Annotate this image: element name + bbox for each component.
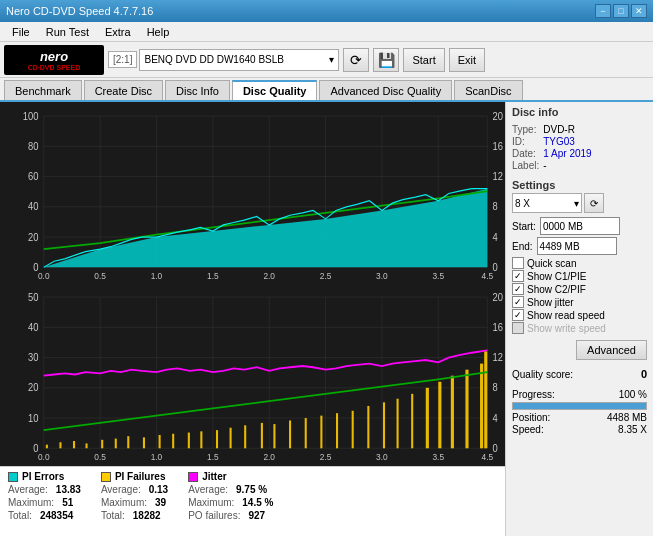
progress-bar	[512, 402, 647, 410]
close-button[interactable]: ✕	[631, 4, 647, 18]
progress-bar-fill	[513, 403, 646, 409]
svg-rect-106	[484, 352, 487, 449]
svg-rect-91	[273, 424, 275, 448]
right-panel: Disc info Type: DVD-R ID: TYG03 Date: 1 …	[505, 102, 653, 536]
svg-text:4.5: 4.5	[482, 271, 494, 282]
svg-text:2.0: 2.0	[263, 452, 275, 463]
svg-text:4: 4	[493, 231, 499, 243]
position-row: Position: 4488 MB	[512, 412, 647, 423]
svg-text:4.5: 4.5	[482, 452, 494, 463]
menu-extra[interactable]: Extra	[97, 24, 139, 40]
show-jitter-row: Show jitter	[512, 296, 647, 308]
svg-text:2.0: 2.0	[263, 271, 275, 282]
drive-combo[interactable]: BENQ DVD DD DW1640 BSLB ▾	[139, 49, 339, 71]
svg-rect-76	[59, 442, 61, 448]
start-input[interactable]: 0000 MB	[540, 217, 620, 235]
tab-disc-info[interactable]: Disc Info	[165, 80, 230, 100]
svg-text:80: 80	[28, 140, 39, 152]
save-button[interactable]: 💾	[373, 48, 399, 72]
refresh-button[interactable]: ⟳	[343, 48, 369, 72]
drive-label: [2:1]	[108, 51, 137, 68]
speed-row: Speed: 8.35 X	[512, 424, 647, 435]
svg-text:3.5: 3.5	[432, 452, 444, 463]
svg-text:8: 8	[493, 382, 499, 394]
window-title: Nero CD-DVD Speed 4.7.7.16	[6, 5, 153, 17]
quick-scan-row: Quick scan	[512, 257, 647, 269]
svg-text:50: 50	[28, 291, 39, 303]
speed-combo[interactable]: 8 X ▾	[512, 193, 582, 213]
menu-run-test[interactable]: Run Test	[38, 24, 97, 40]
disc-info-title: Disc info	[512, 106, 647, 118]
svg-rect-87	[216, 430, 218, 448]
svg-text:0: 0	[493, 442, 499, 454]
chart-bottom-svg: 50 40 30 20 10 0 20 16 12 8 4 0 0.0 0.5	[2, 285, 503, 464]
quality-row: Quality score: 0	[512, 368, 647, 380]
tab-benchmark[interactable]: Benchmark	[4, 80, 82, 100]
show-jitter-checkbox[interactable]	[512, 296, 524, 308]
svg-rect-101	[426, 388, 429, 448]
menu-help[interactable]: Help	[139, 24, 178, 40]
toolbar: nero CD·DVD SPEED [2:1] BENQ DVD DD DW16…	[0, 42, 653, 78]
show-c2-pif-checkbox[interactable]	[512, 283, 524, 295]
legend-pi-failures-title: PI Failures	[101, 471, 168, 482]
svg-rect-92	[289, 420, 291, 448]
show-write-speed-row: Show write speed	[512, 322, 647, 334]
legend-area: PI Errors Average: 13.83 Maximum: 51 Tot…	[0, 466, 505, 536]
svg-text:3.0: 3.0	[376, 452, 388, 463]
nero-logo-text: nero	[40, 49, 68, 64]
svg-text:16: 16	[493, 140, 503, 152]
svg-text:20: 20	[493, 291, 503, 303]
svg-rect-80	[115, 439, 117, 449]
svg-text:3.5: 3.5	[432, 271, 444, 282]
svg-text:0.5: 0.5	[94, 452, 106, 463]
speed-refresh-button[interactable]: ⟳	[584, 193, 604, 213]
svg-text:20: 20	[493, 110, 503, 122]
menu-file[interactable]: File	[4, 24, 38, 40]
tab-advanced-disc-quality[interactable]: Advanced Disc Quality	[319, 80, 452, 100]
svg-rect-79	[101, 440, 103, 448]
svg-rect-99	[397, 399, 399, 449]
svg-text:1.5: 1.5	[207, 271, 219, 282]
svg-rect-105	[480, 364, 483, 449]
minimize-button[interactable]: −	[595, 4, 611, 18]
pi-errors-color	[8, 472, 18, 482]
svg-text:0.0: 0.0	[38, 452, 50, 463]
svg-text:0: 0	[493, 261, 499, 273]
tab-scandisc[interactable]: ScanDisc	[454, 80, 522, 100]
svg-rect-84	[172, 434, 174, 449]
svg-text:20: 20	[28, 231, 39, 243]
show-c2-pif-row: Show C2/PIF	[512, 283, 647, 295]
svg-text:2.5: 2.5	[320, 452, 332, 463]
maximize-button[interactable]: □	[613, 4, 629, 18]
svg-text:4: 4	[493, 412, 499, 424]
svg-text:3.0: 3.0	[376, 271, 388, 282]
chart-top: 100 80 60 40 20 0 20 16 12 8 4 0 0.0 0.5	[2, 104, 503, 283]
svg-text:0.5: 0.5	[94, 271, 106, 282]
svg-text:1.0: 1.0	[151, 271, 163, 282]
svg-text:0.0: 0.0	[38, 271, 50, 282]
show-read-speed-checkbox[interactable]	[512, 309, 524, 321]
quick-scan-checkbox[interactable]	[512, 257, 524, 269]
start-button[interactable]: Start	[403, 48, 444, 72]
tabs: Benchmark Create Disc Disc Info Disc Qua…	[0, 78, 653, 102]
tab-create-disc[interactable]: Create Disc	[84, 80, 163, 100]
nero-logo-sub: CD·DVD SPEED	[28, 64, 81, 71]
end-input[interactable]: 4489 MB	[537, 237, 617, 255]
main-content: 100 80 60 40 20 0 20 16 12 8 4 0 0.0 0.5	[0, 102, 653, 536]
svg-rect-98	[383, 402, 385, 448]
end-input-row: End: 4489 MB	[512, 237, 647, 255]
legend-pi-failures: PI Failures Average: 0.13 Maximum: 39 To…	[101, 471, 168, 532]
exit-button[interactable]: Exit	[449, 48, 485, 72]
svg-rect-81	[127, 436, 129, 448]
legend-pi-errors-title: PI Errors	[8, 471, 81, 482]
show-c1-pie-checkbox[interactable]	[512, 270, 524, 282]
advanced-button[interactable]: Advanced	[576, 340, 647, 360]
svg-text:40: 40	[28, 321, 39, 333]
svg-rect-75	[46, 445, 48, 449]
progress-section: Progress: 100 % Position: 4488 MB Speed:…	[512, 388, 647, 436]
start-input-row: Start: 0000 MB	[512, 217, 647, 235]
svg-rect-100	[411, 394, 413, 448]
tab-disc-quality[interactable]: Disc Quality	[232, 80, 318, 100]
svg-text:60: 60	[28, 171, 39, 183]
show-read-speed-row: Show read speed	[512, 309, 647, 321]
